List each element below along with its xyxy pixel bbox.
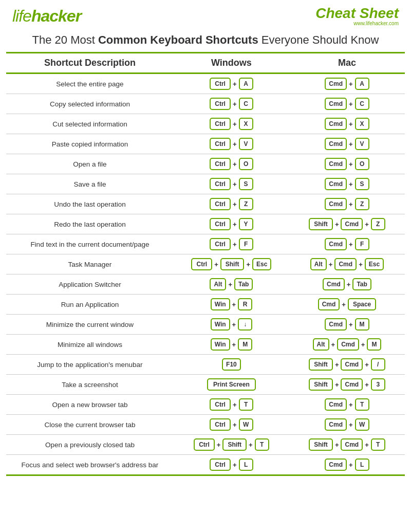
keys-group: Cmd+O (325, 158, 369, 170)
shortcut-description: Task Manager (6, 254, 174, 274)
key-plus: + (228, 281, 233, 288)
key: Z (355, 198, 369, 210)
mac-keys: Cmd+C (289, 94, 405, 114)
table-row: Open a previously closed tabCtrl+Shift+T… (6, 435, 405, 455)
key-plus: + (364, 381, 369, 389)
key: Cmd (341, 358, 363, 371)
key: R (238, 298, 252, 310)
key-plus: + (334, 381, 340, 389)
table-row: Undo the last operationCtrl+ZCmd+Z (6, 194, 405, 214)
windows-keys: Ctrl+T (174, 395, 289, 415)
key: V (239, 138, 253, 150)
keys-group: Ctrl+Shift+T (194, 438, 269, 451)
key: Space (348, 298, 376, 310)
keys-group: Ctrl+S (210, 178, 253, 190)
key-plus: + (328, 261, 333, 268)
shortcut-description: Focus and select web browser's address b… (6, 455, 174, 475)
key: Alt (313, 338, 329, 351)
keys-group: Cmd+Tab (323, 278, 371, 290)
table-row: Minimize all windowsWin+MAlt+Cmd+M (6, 335, 405, 355)
windows-keys: Win+M (174, 335, 289, 355)
shortcut-description: Run an Application (6, 295, 174, 315)
logo: lifehacker (12, 7, 81, 26)
shortcut-description: Minimize all windows (6, 335, 174, 355)
key-plus: + (346, 281, 351, 288)
key-plus: + (232, 401, 237, 409)
key: Y (239, 218, 253, 230)
key: O (355, 158, 369, 170)
windows-keys: Ctrl+F (174, 234, 289, 254)
key: Ctrl (210, 158, 231, 170)
key: Z (239, 198, 253, 210)
keys-group: Cmd+S (325, 178, 369, 190)
mac-keys: Cmd+T (289, 395, 405, 415)
key: W (355, 418, 369, 431)
table-wrapper: Shortcut Description Windows Mac Select … (0, 52, 411, 476)
key: Z (371, 218, 385, 230)
key: Win (211, 318, 230, 331)
keys-group: Shift+Cmd+T (309, 438, 385, 451)
key: Ctrl (210, 178, 231, 190)
page-title: The 20 Most Common Keyboard Shortcuts Ev… (0, 30, 411, 52)
keys-group: Ctrl+F (210, 238, 253, 250)
key: Cmd (325, 138, 347, 150)
table-row: Focus and select web browser's address b… (6, 455, 405, 475)
title-bold: Common Keyboard Shortcuts (98, 33, 258, 46)
key: Shift (309, 378, 333, 391)
key: S (239, 178, 253, 190)
key-plus: + (331, 341, 336, 348)
windows-keys: Ctrl+A (174, 74, 289, 94)
key: L (239, 458, 253, 471)
key-plus: + (348, 200, 353, 208)
key-plus: + (232, 80, 237, 88)
table-row: Save a fileCtrl+SCmd+S (6, 174, 405, 194)
keys-group: Ctrl+O (210, 158, 253, 170)
table-row: Jump to the application's menubarF10Shif… (6, 355, 405, 375)
windows-keys: Ctrl+W (174, 415, 289, 435)
key: Ctrl (210, 78, 231, 90)
key: Cmd (318, 298, 340, 310)
table-row: Take a screenshotPrint ScreenShift+Cmd+3 (6, 375, 405, 395)
shortcut-description: Open a previously closed tab (6, 435, 174, 455)
table-row: Run an ApplicationWin+RCmd+Space (6, 295, 405, 315)
keys-group: Shift+Cmd+3 (309, 378, 385, 391)
keys-group: Cmd+V (325, 138, 369, 150)
key: Alt (210, 278, 226, 290)
key-plus: + (232, 120, 237, 128)
key-plus: + (232, 461, 237, 469)
key-plus: + (358, 261, 363, 268)
key: Cmd (341, 218, 363, 230)
table-row: Open a fileCtrl+OCmd+O (6, 154, 405, 174)
col-windows: Windows (174, 53, 289, 74)
key-plus: + (348, 421, 353, 429)
key-plus: + (214, 261, 219, 268)
key: F (239, 238, 253, 250)
table-row: Copy selected informationCtrl+CCmd+C (6, 94, 405, 114)
key-plus: + (348, 160, 353, 168)
keys-group: Alt+Tab (210, 278, 253, 290)
key: Shift (309, 358, 333, 371)
key-plus: + (364, 361, 369, 369)
windows-keys: Ctrl+X (174, 114, 289, 134)
key: Ctrl (210, 118, 231, 130)
table-row: Find text in the current document/pageCt… (6, 234, 405, 254)
key: Alt (310, 258, 327, 270)
table-header-row: Shortcut Description Windows Mac (6, 53, 405, 74)
key: 3 (371, 378, 385, 391)
key-plus: + (232, 241, 237, 248)
keys-group: Ctrl+Z (210, 198, 253, 210)
keys-group: Cmd+M (325, 318, 369, 331)
shortcut-description: Jump to the application's menubar (6, 355, 174, 375)
key: Cmd (325, 118, 347, 130)
mac-keys: Shift+Cmd+3 (289, 375, 405, 395)
mac-keys: Cmd+A (289, 74, 405, 94)
key: Cmd (341, 378, 363, 391)
key: O (239, 158, 253, 170)
key: Ctrl (210, 198, 231, 210)
key: Ctrl (210, 238, 231, 250)
key-plus: + (364, 221, 369, 228)
shortcut-description: Cut selected information (6, 114, 174, 134)
keys-group: Cmd+Z (325, 198, 369, 210)
key-plus: + (232, 200, 237, 208)
keys-group: Ctrl+C (210, 98, 253, 110)
